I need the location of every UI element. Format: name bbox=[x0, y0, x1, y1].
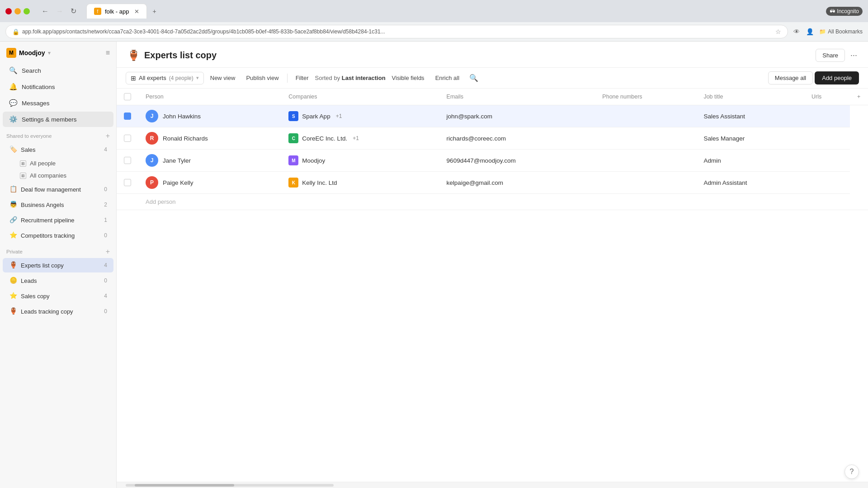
row-1-checkbox[interactable] bbox=[117, 105, 138, 127]
sidebar-item-sales[interactable]: 🏷️ Sales 4 bbox=[3, 142, 113, 157]
profile-btn[interactable]: 👤 bbox=[804, 27, 816, 36]
star-icon[interactable]: ☆ bbox=[775, 28, 781, 35]
maximize-window-btn[interactable] bbox=[24, 8, 30, 14]
business-angels-count: 2 bbox=[100, 202, 107, 208]
sidebar-item-experts-list-copy[interactable]: 🏺 Experts list copy 4 bbox=[3, 258, 113, 272]
deal-flow-icon: 📋 bbox=[9, 185, 17, 193]
add-person-row[interactable]: Add person bbox=[117, 194, 868, 210]
row-2-person: R Ronald Richards bbox=[138, 127, 281, 150]
shared-section-add-btn[interactable]: + bbox=[106, 132, 110, 140]
spark-name: Spark App bbox=[302, 113, 330, 120]
page-title: Experts list copy bbox=[144, 50, 217, 61]
all-companies-label: All companies bbox=[30, 172, 66, 179]
sidebar-item-leads-tracking-copy[interactable]: 🏺 Leads tracking copy 0 bbox=[3, 304, 113, 319]
browser-actions: 🕶 Incognito bbox=[826, 7, 863, 16]
sidebar-search-label: Search bbox=[22, 67, 41, 74]
shared-section-header: Shared to everyone + bbox=[0, 127, 116, 142]
sorted-by-label: Sorted by Last interaction bbox=[315, 75, 386, 81]
sidebar-item-leads[interactable]: 🪙 Leads 0 bbox=[3, 273, 113, 288]
row-4-urls bbox=[804, 172, 850, 194]
row-4-email: kelpaige@gmail.com bbox=[439, 172, 595, 194]
add-people-btn[interactable]: Add people bbox=[815, 71, 859, 84]
sidebar-messages-label: Messages bbox=[22, 100, 50, 107]
sidebar-item-settings[interactable]: ⚙️ Settings & members bbox=[3, 112, 113, 127]
table-row[interactable]: J Jane Tyler M Moodjoy 9609d447@moodjoy.… bbox=[117, 150, 868, 172]
sidebar-subitem-all-companies[interactable]: ⊞ All companies bbox=[3, 170, 113, 181]
back-btn[interactable]: ← bbox=[39, 5, 52, 17]
sales-copy-icon: ⭐ bbox=[9, 292, 17, 300]
ronald-avatar: R bbox=[146, 132, 158, 145]
url-bar[interactable]: 🔒 app.folk.app/apps/contacts/network/cca… bbox=[5, 25, 788, 38]
visible-fields-btn[interactable]: Visible fields bbox=[387, 72, 429, 84]
sidebar-item-recruitment[interactable]: 🔗 Recruitment pipeline 1 bbox=[3, 213, 113, 227]
col-header-emails: Emails bbox=[439, 89, 595, 105]
table-header-row: Person Companies Emails Phone numbers Jo… bbox=[117, 89, 868, 105]
more-options-btn[interactable]: ··· bbox=[850, 51, 857, 60]
enrich-all-btn[interactable]: Enrich all bbox=[431, 72, 464, 84]
window-controls bbox=[5, 8, 30, 14]
sidebar-item-competitors[interactable]: ⭐ Competitors tracking 0 bbox=[3, 228, 113, 243]
paige-avatar: P bbox=[146, 176, 158, 189]
bell-icon: 🔔 bbox=[9, 83, 17, 91]
tab-close-btn[interactable]: ✕ bbox=[134, 8, 139, 15]
add-column-btn[interactable]: + bbox=[850, 89, 868, 105]
select-all-checkbox[interactable] bbox=[117, 89, 138, 105]
row-3-person: J Jane Tyler bbox=[138, 150, 281, 172]
row-4-phone bbox=[595, 172, 696, 194]
row-2-email: richards@coreec.com bbox=[439, 127, 595, 150]
paige-name: Paige Kelly bbox=[163, 179, 193, 186]
table-row[interactable]: J John Hawkins S Spark App +1 john@spark bbox=[117, 105, 868, 127]
new-tab-btn[interactable]: + bbox=[147, 4, 161, 19]
view-selector[interactable]: ⊞ All experts (4 people) ▾ bbox=[126, 72, 204, 84]
view-label: All experts bbox=[139, 75, 166, 81]
row-3-urls bbox=[804, 150, 850, 172]
sales-copy-count: 4 bbox=[100, 293, 107, 299]
minimize-window-btn[interactable] bbox=[14, 8, 21, 14]
scroll-thumb[interactable] bbox=[135, 484, 234, 487]
kelly-logo: K bbox=[288, 178, 298, 188]
moodjoy-name: Moodjoy bbox=[302, 157, 325, 164]
contacts-table: Person Companies Emails Phone numbers Jo… bbox=[117, 89, 868, 210]
table-row[interactable]: R Ronald Richards C CoreEC Inc. Ltd. +1 bbox=[117, 127, 868, 150]
row-4-checkbox[interactable] bbox=[117, 172, 138, 194]
col-header-person: Person bbox=[138, 89, 281, 105]
search-table-btn[interactable]: 🔍 bbox=[466, 72, 482, 84]
sidebar-item-business-angels[interactable]: 👼 Business Angels 2 bbox=[3, 197, 113, 212]
close-window-btn[interactable] bbox=[5, 8, 12, 14]
leads-tracking-count: 0 bbox=[100, 308, 107, 314]
new-view-btn[interactable]: New view bbox=[206, 72, 240, 84]
help-btn[interactable]: ? bbox=[844, 465, 859, 479]
recruitment-icon: 🔗 bbox=[9, 216, 17, 224]
row-2-checkbox[interactable] bbox=[117, 127, 138, 150]
workspace-selector[interactable]: M Moodjoy ▾ bbox=[6, 48, 51, 58]
private-section-add-btn[interactable]: + bbox=[106, 248, 110, 256]
message-all-btn[interactable]: Message all bbox=[768, 71, 813, 84]
tab-title: folk - app bbox=[105, 8, 129, 15]
sidebar-item-notifications[interactable]: 🔔 Notifications bbox=[3, 79, 113, 94]
sidebar-toggle-btn[interactable]: ≡ bbox=[106, 49, 110, 57]
eye-off-btn[interactable]: 👁 bbox=[792, 27, 802, 36]
sidebar-subitem-all-people[interactable]: ⊞ All people bbox=[3, 158, 113, 169]
row-3-checkbox[interactable] bbox=[117, 150, 138, 172]
row-1-email: john@spark.com bbox=[439, 105, 595, 127]
share-button[interactable]: Share bbox=[816, 49, 845, 62]
workspace-chevron: ▾ bbox=[48, 50, 51, 56]
toolbar: ⊞ All experts (4 people) ▾ New view Publ… bbox=[117, 68, 868, 89]
active-tab[interactable]: f folk - app ✕ bbox=[86, 4, 147, 19]
john-avatar: J bbox=[146, 110, 158, 122]
sidebar-item-messages[interactable]: 💬 Messages bbox=[3, 95, 113, 111]
sidebar-item-sales-copy[interactable]: ⭐ Sales copy 4 bbox=[3, 289, 113, 303]
publish-view-btn[interactable]: Publish view bbox=[241, 72, 283, 84]
forward-btn[interactable]: → bbox=[53, 5, 66, 17]
sort-field[interactable]: Last interaction bbox=[342, 75, 386, 81]
horizontal-scrollbar[interactable] bbox=[117, 482, 868, 488]
table-row[interactable]: P Paige Kelly K Kelly Inc. Ltd kelpaige@… bbox=[117, 172, 868, 194]
filter-btn[interactable]: Filter bbox=[291, 72, 313, 84]
coreec-logo: C bbox=[288, 133, 298, 143]
col-header-phone: Phone numbers bbox=[595, 89, 696, 105]
reload-btn[interactable]: ↻ bbox=[68, 5, 79, 17]
workspace-name-label: Moodjoy bbox=[19, 49, 45, 56]
sidebar-item-search[interactable]: 🔍 Search bbox=[3, 63, 113, 78]
sidebar-item-deal-flow[interactable]: 📋 Deal flow management 0 bbox=[3, 182, 113, 197]
add-person-label[interactable]: Add person bbox=[138, 194, 868, 210]
